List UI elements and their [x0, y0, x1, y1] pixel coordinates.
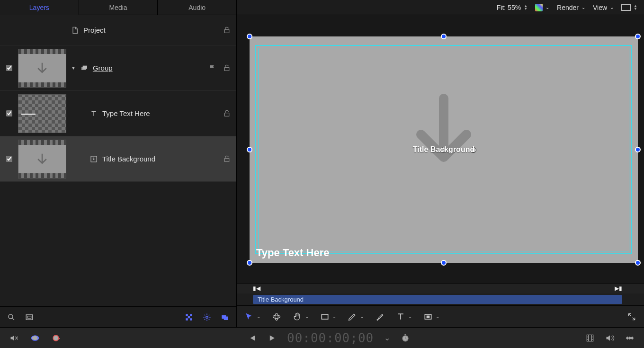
aspect-menu[interactable]: ▲▼ — [621, 4, 637, 11]
mask-tool[interactable]: ⌄ — [423, 312, 439, 321]
out-marker-icon[interactable]: ▶▮ — [615, 285, 622, 292]
record-button[interactable] — [51, 333, 61, 343]
layer-row-title-background[interactable]: Title Background — [0, 136, 236, 182]
layer-row-text[interactable]: Type Text Here — [0, 91, 236, 136]
resize-handle[interactable] — [247, 147, 252, 152]
visibility-checkbox[interactable] — [5, 65, 13, 71]
windows-button[interactable] — [220, 312, 230, 322]
lock-button[interactable] — [222, 64, 232, 72]
document-icon — [71, 27, 79, 34]
go-to-start-button[interactable] — [247, 333, 257, 343]
resize-handle[interactable] — [441, 260, 447, 266]
lock-button[interactable] — [222, 27, 232, 34]
visibility-checkbox[interactable] — [5, 110, 13, 116]
svg-rect-18 — [427, 315, 430, 318]
tab-audio[interactable]: Audio — [158, 0, 237, 15]
lock-button[interactable] — [222, 110, 232, 117]
select-tool[interactable]: ⌄ — [244, 312, 260, 321]
canvas-text-overlay[interactable]: Type Text Here — [256, 247, 329, 259]
view-menu[interactable]: View ⌄ — [593, 4, 614, 11]
frame-icon — [25, 313, 34, 321]
in-marker-icon[interactable]: ▮◀ — [253, 285, 260, 292]
disclosure-triangle-icon[interactable]: ▼ — [71, 65, 76, 71]
lock-open-icon — [223, 155, 231, 163]
audio-button[interactable] — [605, 333, 615, 343]
film-button[interactable] — [585, 333, 595, 343]
flag-button[interactable] — [208, 64, 217, 72]
color-channel-control[interactable]: ⌄ — [535, 4, 549, 11]
pen-tool[interactable]: ⌄ — [348, 312, 364, 321]
svg-rect-8 — [188, 316, 190, 318]
speaker-icon — [605, 333, 615, 343]
svg-point-19 — [53, 335, 59, 341]
windows-icon — [221, 313, 229, 321]
checker-icon — [185, 313, 193, 321]
aspect-icon — [621, 4, 631, 11]
expand-tool[interactable] — [627, 312, 636, 321]
svg-rect-9 — [186, 318, 188, 321]
shape-tool[interactable]: ⌄ — [320, 312, 336, 321]
film-icon — [585, 333, 595, 343]
chevron-down-icon: ⌄ — [610, 5, 614, 10]
gear-button[interactable] — [202, 312, 212, 322]
text-tool[interactable]: ⌄ — [396, 312, 412, 321]
lock-button[interactable] — [222, 155, 232, 163]
checker-button[interactable] — [184, 312, 194, 322]
text-icon — [90, 110, 98, 117]
brush-tool[interactable] — [375, 312, 385, 321]
resize-handle[interactable] — [247, 34, 252, 39]
resize-handle[interactable] — [441, 34, 447, 39]
sidebar-bottom-toolbar — [0, 306, 236, 327]
layer-thumbnail — [18, 49, 66, 88]
svg-rect-6 — [186, 314, 188, 316]
chevron-down-icon: ⌄ — [546, 5, 549, 10]
mini-track[interactable]: Title Background — [237, 294, 644, 305]
timer-button[interactable] — [401, 333, 410, 343]
loop-button[interactable] — [30, 333, 40, 343]
zoom-fit-control[interactable]: Fit: 55% ▲▼ — [497, 4, 528, 11]
search-button[interactable] — [7, 312, 16, 322]
keyframe-nav-button[interactable] — [625, 333, 635, 343]
frame-button[interactable] — [25, 312, 34, 322]
canvas-toolbar: Fit: 55% ▲▼ ⌄ Render ⌄ View ⌄ ▲▼ — [237, 0, 644, 15]
gear-icon — [203, 313, 211, 321]
mini-clip[interactable]: Title Background — [253, 295, 622, 304]
tab-media[interactable]: Media — [79, 0, 158, 15]
tab-layers[interactable]: Layers — [0, 0, 79, 15]
chevron-down-icon: ⌄ — [257, 314, 260, 319]
resize-handle[interactable] — [635, 34, 641, 39]
play-button[interactable] — [267, 333, 277, 343]
hand-icon — [293, 312, 302, 321]
play-icon — [267, 333, 277, 343]
chevron-down-icon: ⌄ — [408, 314, 412, 319]
flag-icon — [209, 64, 216, 72]
resize-handle[interactable] — [635, 260, 641, 266]
resize-handle[interactable] — [247, 260, 252, 266]
svg-point-15 — [275, 313, 278, 320]
arrow-down-icon — [35, 152, 49, 166]
layer-row-group[interactable]: ▼ Group — [0, 45, 236, 91]
mini-ruler[interactable]: ▮◀ ▶▮ — [237, 284, 644, 294]
resize-handle[interactable] — [635, 147, 641, 152]
selection-bounding-box[interactable]: Title Background Type Text Here — [250, 36, 638, 263]
chevron-down-icon: ⌄ — [332, 314, 336, 319]
pan-tool[interactable]: ⌄ — [293, 312, 309, 321]
canvas-viewer[interactable]: Title Background Type Text Here — [237, 15, 644, 284]
timecode-display[interactable]: 00:00:00;00 — [287, 331, 374, 345]
svg-rect-21 — [587, 335, 593, 341]
view-label: View — [593, 4, 607, 11]
layer-row-project[interactable]: Project — [0, 15, 236, 45]
render-menu[interactable]: Render ⌄ — [557, 4, 585, 11]
transform-tool[interactable] — [272, 312, 281, 321]
canvas-area: Title Background Type Text Here ▮◀ ▶▮ Ti… — [237, 15, 644, 327]
title-bg-label: Title Background — [102, 155, 155, 163]
layer-thumbnail — [18, 94, 66, 133]
visibility-checkbox[interactable] — [5, 156, 13, 162]
chevron-down-icon: ⌄ — [360, 314, 364, 319]
arrow-down-icon — [35, 61, 49, 75]
rectangle-icon — [320, 312, 330, 321]
timecode-menu[interactable]: ⌄ — [384, 333, 390, 342]
mute-button[interactable] — [9, 333, 19, 343]
pen-icon — [348, 312, 357, 321]
svg-rect-13 — [224, 316, 228, 320]
